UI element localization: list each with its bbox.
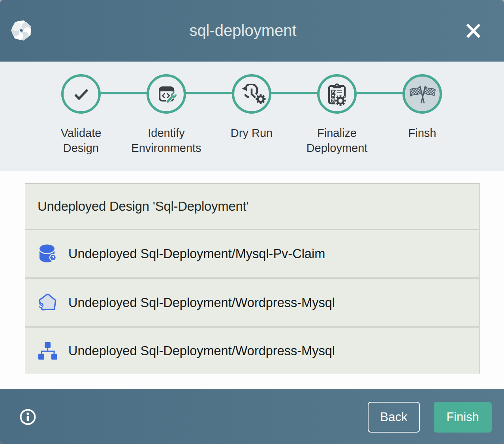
svg-text:?: ?	[51, 255, 54, 260]
